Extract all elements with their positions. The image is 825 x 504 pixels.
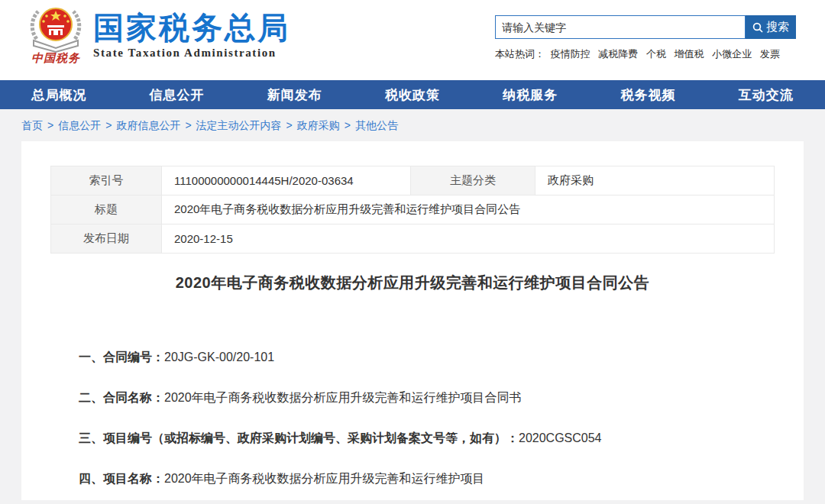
- search-icon: [752, 22, 763, 33]
- site-subtitle: State Taxation Administration: [93, 47, 290, 60]
- index-number-value: 11100000000014445H/2020-03634: [162, 166, 411, 195]
- hotwords-label: 本站热词：: [495, 48, 545, 60]
- contract-name-line: 二、合同名称：2020年电子商务税收数据分析应用升级完善和运行维护项目合同书: [50, 389, 775, 406]
- breadcrumb-separator: >: [105, 119, 112, 131]
- breadcrumb-separator: >: [345, 119, 351, 131]
- publish-date-value: 2020-12-15: [162, 225, 775, 254]
- breadcrumb: 首页>信息公开>政府信息公开>法定主动公开内容>政府采购>其他公告: [0, 109, 825, 141]
- contract-name-value: 2020年电子商务税收数据分析应用升级完善和运行维护项目合同书: [164, 391, 522, 404]
- table-row: 标题 2020年电子商务税收数据分析应用升级完善和运行维护项目合同公告: [51, 195, 775, 225]
- nav-item-tax-service[interactable]: 纳税服务: [471, 80, 589, 109]
- hotword-link[interactable]: 发票: [760, 48, 780, 60]
- project-number-line: 三、项目编号（或招标编号、政府采购计划编号、采购计划备案文号等，如有）：2020…: [50, 430, 775, 447]
- breadcrumb-link-statutory[interactable]: 法定主动公开内容: [196, 119, 282, 131]
- site-title: 国家税务总局: [93, 10, 290, 45]
- table-row: 索引号 11100000000014445H/2020-03634 主题分类 政…: [51, 166, 775, 195]
- index-number-label: 索引号: [51, 166, 162, 195]
- topic-category-label: 主题分类: [411, 166, 535, 195]
- announcement-article: 2020年电子商务税收数据分析应用升级完善和运行维护项目合同公告 一、合同编号：…: [50, 273, 775, 487]
- nav-item-info-public[interactable]: 信息公开: [118, 80, 235, 109]
- tax-emblem-icon: [23, 4, 89, 53]
- hotwords-bar: 本站热词： 疫情防控 减税降费 个税 增值税 小微企业 发票: [495, 47, 797, 61]
- topic-category-value: 政府采购: [535, 166, 775, 195]
- site-header: 中国税务 国家税务总局 State Taxation Administratio…: [0, 0, 825, 80]
- title-value: 2020年电子商务税收数据分析应用升级完善和运行维护项目合同公告: [162, 195, 775, 225]
- main-nav: 总局概况 信息公开 新闻发布 税收政策 纳税服务 税务视频 互动交流: [0, 80, 825, 109]
- breadcrumb-link-info[interactable]: 信息公开: [58, 119, 101, 131]
- nav-item-interaction[interactable]: 互动交流: [707, 80, 825, 109]
- hotword-link[interactable]: 增值税: [675, 48, 704, 60]
- logo-caption: 中国税务: [23, 51, 89, 66]
- title-label: 标题: [51, 195, 162, 225]
- contract-number-label: 一、合同编号：: [79, 351, 164, 363]
- nav-item-tax-policy[interactable]: 税收政策: [354, 80, 471, 109]
- contract-number-line: 一、合同编号：20JG-GK-00/20-101: [50, 349, 775, 366]
- project-name-label: 四、项目名称：: [79, 472, 164, 485]
- breadcrumb-separator: >: [47, 119, 53, 131]
- search-area: 搜索 本站热词： 疫情防控 减税降费 个税 增值税 小微企业 发票: [495, 15, 797, 61]
- content-panel: 索引号 11100000000014445H/2020-03634 主题分类 政…: [21, 141, 804, 500]
- search-input[interactable]: [495, 15, 746, 39]
- hotword-link[interactable]: 减税降费: [598, 48, 638, 60]
- search-button[interactable]: 搜索: [746, 15, 796, 39]
- search-button-label: 搜索: [766, 20, 789, 34]
- nav-item-overview[interactable]: 总局概况: [0, 80, 118, 109]
- project-number-value: 2020CGSC054: [519, 431, 602, 444]
- breadcrumb-link-home[interactable]: 首页: [21, 119, 43, 131]
- site-title-block: 国家税务总局 State Taxation Administration: [93, 10, 290, 60]
- breadcrumb-separator: >: [286, 119, 293, 131]
- project-number-label: 三、项目编号（或招标编号、政府采购计划编号、采购计划备案文号等，如有）：: [79, 431, 519, 444]
- site-logo[interactable]: 中国税务: [23, 4, 89, 66]
- project-name-value: 2020年电子商务税收数据分析应用升级完善和运行维护项目: [164, 472, 485, 485]
- nav-item-tax-video[interactable]: 税务视频: [589, 80, 707, 109]
- hotword-link[interactable]: 小微企业: [712, 48, 752, 60]
- project-name-line: 四、项目名称：2020年电子商务税收数据分析应用升级完善和运行维护项目: [50, 470, 775, 487]
- publish-date-label: 发布日期: [51, 225, 162, 254]
- breadcrumb-link-procurement[interactable]: 政府采购: [297, 119, 340, 131]
- breadcrumb-link-other-notices[interactable]: 其他公告: [355, 119, 398, 131]
- breadcrumb-separator: >: [185, 119, 191, 131]
- contract-name-label: 二、合同名称：: [79, 391, 164, 404]
- article-title: 2020年电子商务税收数据分析应用升级完善和运行维护项目合同公告: [50, 273, 775, 293]
- contract-number-value: 20JG-GK-00/20-101: [164, 351, 274, 363]
- hotword-link[interactable]: 疫情防控: [551, 48, 590, 60]
- hotword-link[interactable]: 个税: [646, 48, 666, 60]
- nav-item-news[interactable]: 新闻发布: [236, 80, 354, 109]
- document-info-table: 索引号 11100000000014445H/2020-03634 主题分类 政…: [50, 166, 775, 254]
- breadcrumb-link-gov-info[interactable]: 政府信息公开: [116, 119, 180, 131]
- table-row: 发布日期 2020-12-15: [51, 225, 775, 254]
